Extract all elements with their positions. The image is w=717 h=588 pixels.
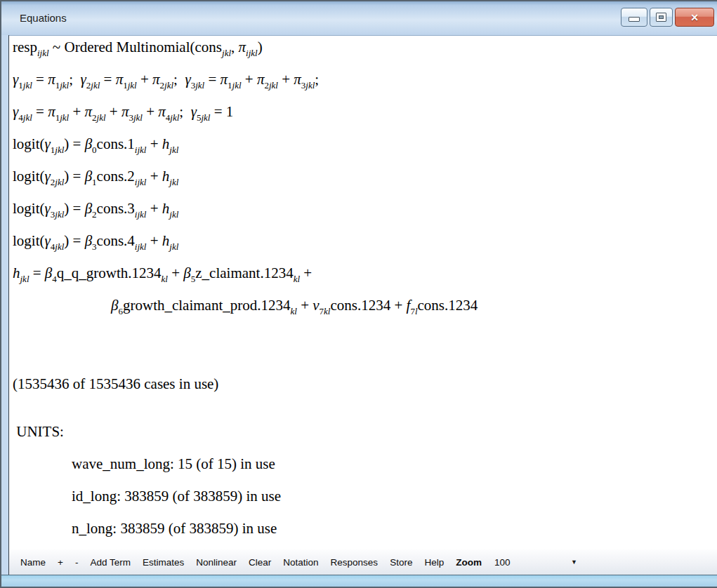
close-button[interactable]: ✕ bbox=[675, 8, 714, 27]
toolbar-button-store[interactable]: Store bbox=[390, 557, 412, 568]
random-part-line-1[interactable]: hjkl = β4q_q_growth.1234kl + β5z_claiman… bbox=[13, 265, 717, 297]
close-icon: ✕ bbox=[690, 13, 699, 22]
main-area: respijkl ~ Ordered Multinomial(consjkl, … bbox=[9, 35, 717, 575]
cases-in-use-line: (1535436 of 1535436 cases in use) bbox=[13, 375, 717, 408]
window-frame-left bbox=[1, 35, 9, 575]
maximize-icon bbox=[656, 13, 666, 22]
minimize-icon bbox=[629, 17, 640, 22]
response-distribution-line[interactable]: respijkl ~ Ordered Multinomial(consjkl, … bbox=[13, 39, 717, 71]
toolbar-button-estimates[interactable]: Estimates bbox=[143, 557, 184, 568]
zoom-button[interactable]: Zoom bbox=[456, 557, 482, 568]
equations-window: Equations ✕ respijkl ~ Ordered Multinomi… bbox=[0, 0, 717, 588]
toolbar-button-help[interactable]: Help bbox=[424, 557, 444, 568]
equation-lines: respijkl ~ Ordered Multinomial(consjkl, … bbox=[13, 39, 717, 549]
caption-buttons: ✕ bbox=[621, 8, 714, 27]
dropdown-arrow-icon: ▼ bbox=[571, 559, 577, 566]
minimize-button[interactable] bbox=[621, 8, 647, 27]
titlebar[interactable]: Equations ✕ bbox=[1, 1, 717, 35]
cumulative-probabilities-line-1[interactable]: γ1jkl = π1jkl; γ2jkl = π1jkl + π2jkl; γ3… bbox=[13, 71, 717, 103]
maximize-button[interactable] bbox=[650, 8, 673, 27]
toolbar-button-clear[interactable]: Clear bbox=[249, 557, 271, 568]
units-id-long-line: id_long: 383859 (of 383859) in use bbox=[72, 488, 717, 520]
units-wave-num-long-line: wave_num_long: 15 (of 15) in use bbox=[72, 455, 717, 488]
toolbar-button-responses[interactable]: Responses bbox=[331, 557, 379, 568]
toolbar-button-notation[interactable]: Notation bbox=[283, 557, 318, 568]
equations-pane[interactable]: respijkl ~ Ordered Multinomial(consjkl, … bbox=[9, 36, 717, 549]
toolbar-button-name[interactable]: Name bbox=[20, 557, 46, 568]
logit-equation-4[interactable]: logit(γ4jkl) = β3cons.4ijkl + hjkl bbox=[13, 232, 717, 265]
units-n-long-line: n_long: 383859 (of 383859) in use bbox=[72, 520, 717, 549]
toolbar: Name+-Add TermEstimatesNonlinearClearNot… bbox=[9, 549, 717, 575]
toolbar-button-nonlinear[interactable]: Nonlinear bbox=[196, 557, 237, 568]
toolbar-button-add-term[interactable]: Add Term bbox=[90, 557, 131, 568]
random-part-line-2[interactable]: β6growth_claimant_prod.1234kl + v7klcons… bbox=[111, 297, 717, 329]
logit-equation-1[interactable]: logit(γ1jkl) = β0cons.1ijkl + hjkl bbox=[13, 135, 717, 168]
logit-equation-2[interactable]: logit(γ2jkl) = β1cons.2ijkl + hjkl bbox=[13, 168, 717, 200]
units-header-line: UNITS: bbox=[13, 423, 717, 455]
logit-equation-3[interactable]: logit(γ3jkl) = β2cons.3ijkl + hjkl bbox=[13, 200, 717, 232]
toolbar-button-plus[interactable]: + bbox=[58, 557, 63, 568]
cumulative-probabilities-line-2[interactable]: γ4jkl = π1jkl + π2jkl + π3jkl + π4jkl; γ… bbox=[13, 103, 717, 135]
window-body: respijkl ~ Ordered Multinomial(consjkl, … bbox=[1, 35, 717, 575]
window-title: Equations bbox=[20, 12, 67, 24]
toolbar-button-minus[interactable]: - bbox=[75, 557, 79, 568]
zoom-level-value: 100 bbox=[494, 557, 511, 568]
zoom-level-select[interactable]: 100 ▼ bbox=[490, 556, 581, 569]
window-frame-bottom bbox=[1, 575, 717, 587]
